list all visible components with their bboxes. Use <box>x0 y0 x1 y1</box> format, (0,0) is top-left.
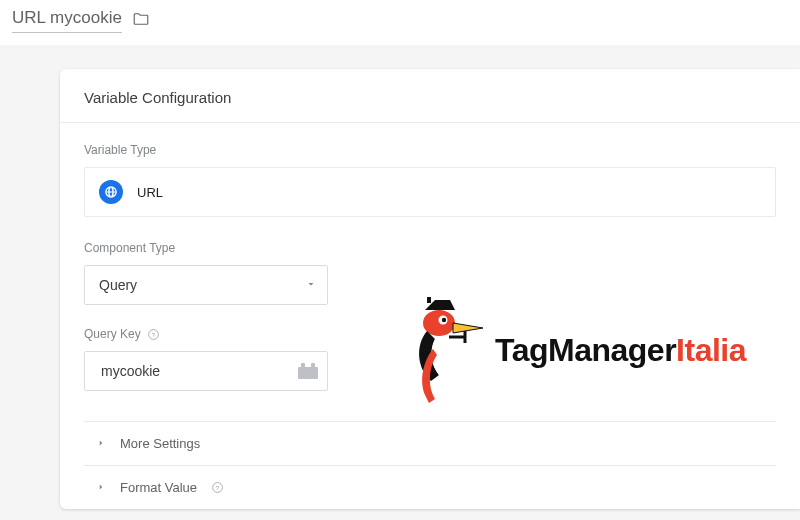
svg-point-9 <box>439 316 448 325</box>
svg-text:?: ? <box>216 485 220 491</box>
variable-picker-icon[interactable] <box>295 360 321 382</box>
format-value-toggle[interactable]: Format Value ? <box>84 466 776 509</box>
query-key-input-wrap <box>84 351 328 391</box>
svg-rect-3 <box>301 363 305 368</box>
svg-point-10 <box>442 318 446 322</box>
query-key-input[interactable] <box>99 362 295 380</box>
svg-rect-7 <box>427 297 431 303</box>
svg-text:?: ? <box>152 331 156 337</box>
chevron-right-icon <box>96 480 106 495</box>
woodpecker-icon <box>405 295 485 405</box>
more-settings-label: More Settings <box>120 436 200 451</box>
svg-rect-4 <box>311 363 315 368</box>
component-type-value: Query <box>99 277 137 293</box>
more-settings-toggle[interactable]: More Settings <box>84 422 776 465</box>
variable-type-value: URL <box>137 185 163 200</box>
watermark-logo: TagManagerItalia <box>405 295 746 405</box>
card-title: Variable Configuration <box>60 69 800 122</box>
variable-config-card: Variable Configuration Variable Type URL… <box>60 69 800 509</box>
component-type-label: Component Type <box>84 241 776 255</box>
help-icon[interactable]: ? <box>211 481 224 494</box>
variable-type-selector[interactable]: URL <box>84 167 776 217</box>
folder-icon[interactable] <box>132 10 150 32</box>
chevron-down-icon <box>305 277 317 293</box>
globe-icon <box>99 180 123 204</box>
svg-rect-2 <box>298 367 318 379</box>
variable-type-label: Variable Type <box>84 143 776 157</box>
format-value-label: Format Value <box>120 480 197 495</box>
help-icon[interactable]: ? <box>147 328 160 341</box>
variable-title-bar: URL mycookie <box>0 0 800 39</box>
chevron-right-icon <box>96 436 106 451</box>
query-key-label: Query Key ? <box>84 327 776 341</box>
variable-name[interactable]: URL mycookie <box>12 8 122 33</box>
component-type-select[interactable]: Query <box>84 265 328 305</box>
editor-canvas: Variable Configuration Variable Type URL… <box>0 45 800 520</box>
